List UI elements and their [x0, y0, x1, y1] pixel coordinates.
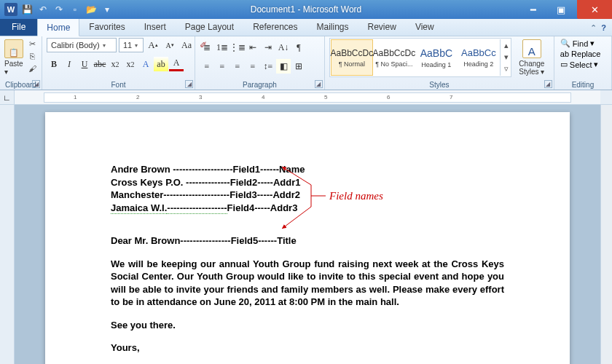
minimize-button[interactable]: ━	[522, 0, 545, 19]
shading-icon[interactable]: ◧	[276, 59, 291, 74]
align-center-icon[interactable]: ≡	[215, 59, 230, 74]
redo-icon[interactable]: ↷	[52, 3, 66, 16]
tab-favorites[interactable]: Favorites	[79, 17, 134, 36]
new-doc-icon[interactable]: ▫	[68, 3, 82, 16]
text-effects-icon[interactable]: A	[138, 57, 153, 71]
clipboard-launcher-icon[interactable]: ◢	[32, 80, 40, 88]
vertical-ruler[interactable]	[0, 105, 15, 364]
borders-icon[interactable]: ⊞	[291, 59, 306, 74]
horizontal-ruler[interactable]: 1234567	[15, 90, 600, 104]
field-row: Cross Keys P.O. --------------Field2----…	[111, 176, 504, 189]
increase-indent-icon[interactable]: ⇥	[261, 40, 275, 55]
format-painter-icon[interactable]: 🖌	[26, 63, 38, 74]
italic-button[interactable]: I	[62, 57, 76, 71]
change-styles-icon: A	[522, 39, 541, 58]
help-icon[interactable]: ?	[601, 23, 606, 33]
styles-launcher-icon[interactable]: ◢	[544, 80, 552, 88]
tab-home[interactable]: Home	[37, 18, 79, 36]
field-row: Jamaica W.I.-------------------Field4---…	[111, 202, 504, 215]
find-button[interactable]: 🔍Find ▾	[559, 38, 603, 49]
styles-more-icon[interactable]: ▿	[501, 63, 512, 74]
replace-button[interactable]: abReplace	[559, 49, 603, 59]
ruler-toggle-icon[interactable]	[600, 90, 612, 104]
greeting-row: Dear Mr. Brown----------------Field5----…	[111, 234, 504, 248]
style-heading2[interactable]: AaBbCc Heading 2	[458, 39, 500, 76]
cut-icon[interactable]: ✂	[26, 38, 38, 50]
group-label-font: Font	[47, 80, 190, 90]
change-styles-button[interactable]: A Change Styles ▾	[514, 38, 549, 76]
ruler-area: ∟ 1234567	[0, 90, 612, 105]
group-label-paragraph: Paragraph	[200, 80, 320, 90]
shrink-font-icon[interactable]: A▾	[162, 38, 177, 52]
valediction: Yours,	[111, 341, 504, 355]
highlight-icon[interactable]: ab	[154, 57, 168, 71]
underline-button[interactable]: U	[77, 57, 92, 71]
tab-insert[interactable]: Insert	[135, 17, 176, 36]
align-right-icon[interactable]: ≡	[230, 59, 245, 74]
font-launcher-icon[interactable]: ◢	[185, 80, 193, 88]
change-case-icon[interactable]: Aa	[179, 38, 194, 52]
title-bar: W 💾 ↶ ↷ ▫ 📂 ▾ Document1 - Microsoft Word…	[0, 0, 612, 19]
strikethrough-button[interactable]: abc	[93, 57, 107, 71]
page[interactable]: Andre Brown -------------------Field1---…	[45, 112, 570, 364]
document-area[interactable]: Andre Brown -------------------Field1---…	[15, 105, 600, 364]
maximize-button[interactable]: ▣	[549, 0, 573, 19]
styles-gallery[interactable]: AaBbCcDc ¶ Normal AaBbCcDc ¶ No Spaci...…	[329, 38, 511, 77]
align-left-icon[interactable]: ≡	[200, 59, 214, 74]
ribbon: 📋 Paste ▾ ✂ ⎘ 🖌 Clipboard ◢ Calibri (Bod…	[0, 36, 612, 90]
closing-line: See you there.	[111, 319, 504, 332]
tab-mailings[interactable]: Mailings	[307, 17, 358, 36]
group-label-styles: Styles	[329, 80, 549, 90]
bullets-icon[interactable]: ≣	[200, 40, 214, 55]
bold-button[interactable]: B	[47, 57, 61, 71]
open-icon[interactable]: 📂	[85, 3, 98, 16]
line-spacing-icon[interactable]: ↕≡	[261, 59, 275, 74]
close-button[interactable]: ✕	[577, 0, 612, 19]
justify-icon[interactable]: ≡	[246, 59, 260, 74]
font-color-icon[interactable]: A	[169, 57, 184, 71]
ribbon-minimize-icon[interactable]: ⌃	[590, 23, 597, 33]
workspace: Andre Brown -------------------Field1---…	[0, 105, 612, 364]
select-icon: ▭	[560, 60, 568, 69]
group-label-editing: Editing	[559, 80, 607, 90]
font-size-combo[interactable]: 11▾	[119, 38, 144, 52]
style-normal[interactable]: AaBbCcDc ¶ Normal	[331, 39, 373, 76]
tab-page-layout[interactable]: Page Layout	[176, 17, 243, 36]
replace-icon: ab	[560, 50, 569, 58]
paragraph-launcher-icon[interactable]: ◢	[315, 80, 323, 88]
grow-font-icon[interactable]: A▴	[146, 38, 160, 52]
styles-scroll-up-icon[interactable]: ▴	[501, 39, 512, 51]
field-row: Andre Brown -------------------Field1---…	[111, 163, 504, 176]
tab-selector[interactable]: ∟	[0, 90, 15, 104]
tab-review[interactable]: Review	[358, 17, 406, 36]
multilevel-list-icon[interactable]: ⋮≣	[230, 40, 245, 55]
word-app-icon: W	[4, 3, 17, 16]
copy-icon[interactable]: ⎘	[26, 50, 38, 62]
sort-icon[interactable]: A↓	[276, 40, 291, 55]
select-button[interactable]: ▭Select ▾	[559, 59, 603, 70]
qat-dropdown-icon[interactable]: ▾	[101, 3, 114, 16]
quick-access-toolbar: 💾 ↶ ↷ ▫ 📂 ▾	[20, 3, 114, 16]
body-paragraph: We will be keeping our annual Youth Grou…	[111, 258, 504, 309]
ribbon-tabs: File Home Favorites Insert Page Layout R…	[0, 19, 612, 36]
save-icon[interactable]: 💾	[20, 3, 34, 16]
tab-references[interactable]: References	[243, 17, 307, 36]
subscript-button[interactable]: x2	[108, 57, 122, 71]
decrease-indent-icon[interactable]: ⇤	[246, 40, 260, 55]
styles-scroll-down-icon[interactable]: ▾	[501, 51, 512, 63]
style-heading1[interactable]: AaBbC Heading 1	[415, 39, 458, 76]
undo-icon[interactable]: ↶	[36, 3, 50, 16]
find-icon: 🔍	[560, 39, 570, 48]
tab-view[interactable]: View	[406, 17, 444, 36]
paste-button[interactable]: 📋 Paste ▾	[4, 38, 23, 76]
clipboard-icon: 📋	[4, 39, 23, 58]
field-row: Manchester---------------------Field3---…	[111, 189, 504, 202]
show-marks-icon[interactable]: ¶	[291, 40, 306, 55]
font-name-combo[interactable]: Calibri (Body)▾	[47, 38, 117, 52]
numbering-icon[interactable]: 1≣	[215, 40, 230, 55]
superscript-button[interactable]: x2	[123, 57, 138, 71]
style-no-spacing[interactable]: AaBbCcDc ¶ No Spaci...	[373, 39, 415, 76]
vertical-scrollbar[interactable]	[600, 105, 612, 364]
file-tab[interactable]: File	[0, 18, 37, 36]
